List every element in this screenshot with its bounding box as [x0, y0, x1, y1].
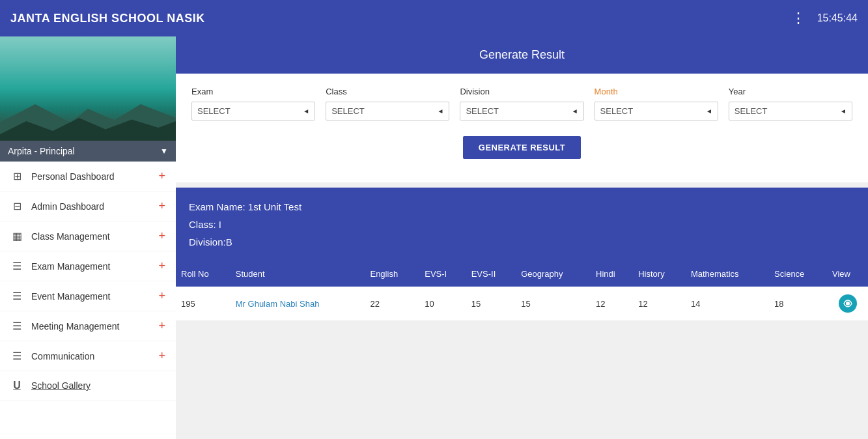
sidebar-nav: ⊞ Personal Dashboard + ⊟ Admin Dashboard… [0, 162, 176, 439]
sidebar-label-admin-dashboard: Admin Dashboard [31, 201, 104, 212]
year-field-group: Year SELECT ◄ [729, 87, 852, 120]
personal-dashboard-icon: ⊞ [10, 170, 23, 183]
user-name: Arpita - Principal [8, 146, 75, 156]
exam-select[interactable]: SELECT ◄ [191, 102, 315, 120]
col-view: View [827, 261, 868, 287]
personal-dashboard-plus[interactable]: + [158, 169, 165, 183]
cell-hindi: 12 [591, 287, 633, 321]
sidebar-label-communication: Communication [31, 351, 94, 361]
col-roll-no: Roll No [176, 261, 231, 287]
sidebar-item-personal-dashboard[interactable]: ⊞ Personal Dashboard + [0, 162, 176, 191]
month-select[interactable]: SELECT ◄ [595, 102, 718, 120]
cell-roll-no: 195 [176, 287, 231, 321]
current-time: 15:45:44 [817, 12, 858, 24]
class-field-group: Class SELECT ◄ [326, 87, 449, 120]
exam-management-icon: ☰ [10, 260, 23, 273]
year-select-value: SELECT [735, 106, 768, 116]
sidebar-user[interactable]: Arpita - Principal ▼ [0, 141, 176, 162]
view-button[interactable] [839, 294, 857, 313]
col-english: English [365, 261, 419, 287]
sidebar-label-exam-management: Exam Management [31, 261, 110, 272]
month-select-arrow-icon: ◄ [706, 107, 712, 115]
class-management-plus[interactable]: + [158, 229, 165, 243]
col-mathematics: Mathematics [686, 261, 769, 287]
admin-dashboard-plus[interactable]: + [158, 199, 165, 213]
table-row: 195 Mr Ghulam Nabi Shah 22 10 15 15 12 1… [176, 287, 868, 321]
class-label: Class [326, 87, 449, 96]
content-area: Generate Result Exam SELECT ◄ Class SELE… [176, 36, 868, 439]
sidebar-item-meeting-management[interactable]: ☰ Meeting Management + [0, 311, 176, 341]
exam-select-arrow-icon: ◄ [303, 107, 309, 115]
generate-result-panel: Generate Result Exam SELECT ◄ Class SELE… [176, 36, 868, 182]
meeting-management-plus[interactable]: + [158, 319, 165, 333]
division-select-value: SELECT [466, 106, 499, 116]
sidebar-item-class-management[interactable]: ▦ Class Management + [0, 221, 176, 251]
class-select-arrow-icon: ◄ [438, 107, 444, 115]
cell-evs2: 15 [466, 287, 516, 321]
class-management-icon: ▦ [10, 230, 23, 243]
sidebar-item-admin-dashboard[interactable]: ⊟ Admin Dashboard + [0, 191, 176, 221]
col-geography: Geography [516, 261, 591, 287]
col-history: History [633, 261, 686, 287]
sidebar-label-class-management: Class Management [31, 231, 110, 242]
cell-student[interactable]: Mr Ghulam Nabi Shah [231, 287, 365, 321]
sidebar-item-school-gallery[interactable]: U School Gallery [0, 371, 176, 401]
sidebar-label-personal-dashboard: Personal Dashboard [31, 171, 115, 182]
col-student: Student [231, 261, 365, 287]
cell-mathematics: 14 [686, 287, 769, 321]
school-gallery-icon: U [10, 379, 23, 392]
col-hindi: Hindi [591, 261, 633, 287]
exam-label: Exam [191, 87, 315, 96]
class-select[interactable]: SELECT ◄ [326, 102, 449, 120]
year-select-arrow-icon: ◄ [840, 107, 847, 115]
col-evs2: EVS-II [466, 261, 516, 287]
admin-dashboard-icon: ⊟ [10, 200, 23, 213]
col-evs1: EVS-I [419, 261, 466, 287]
sidebar-item-event-management[interactable]: ☰ Event Management + [0, 281, 176, 311]
menu-dots-icon[interactable]: ⋮ [791, 10, 807, 27]
division-select[interactable]: SELECT ◄ [460, 102, 583, 120]
sidebar-label-meeting-management: Meeting Management [31, 321, 119, 332]
sidebar-item-communication[interactable]: ☰ Communication + [0, 341, 176, 371]
sidebar: Arpita - Principal ▼ ⊞ Personal Dashboar… [0, 36, 176, 439]
communication-plus[interactable]: + [158, 349, 165, 363]
exam-management-plus[interactable]: + [158, 259, 165, 273]
sidebar-label-event-management: Event Management [31, 291, 110, 302]
results-table: Roll No Student English EVS-I EVS-II Geo… [176, 261, 868, 321]
generate-result-button[interactable]: GENERATE RESULT [463, 136, 581, 159]
communication-icon: ☰ [10, 350, 23, 363]
user-chevron-icon: ▼ [160, 147, 168, 156]
year-select[interactable]: SELECT ◄ [729, 102, 852, 120]
results-class: Class: I [189, 216, 855, 233]
month-label: Month [595, 87, 718, 96]
cell-science: 18 [769, 287, 827, 321]
year-label: Year [729, 87, 852, 96]
topbar: JANTA ENGLISH SCHOOL NASIK ⋮ 15:45:44 [0, 0, 868, 36]
sidebar-label-school-gallery: School Gallery [31, 380, 91, 391]
generate-result-header: Generate Result [176, 36, 868, 74]
cell-evs1: 10 [419, 287, 466, 321]
event-management-icon: ☰ [10, 290, 23, 303]
month-select-value: SELECT [600, 106, 634, 116]
division-label: Division [460, 87, 583, 96]
division-select-arrow-icon: ◄ [572, 107, 578, 115]
generate-result-form: Exam SELECT ◄ Class SELECT ◄ [191, 87, 852, 120]
cell-history: 12 [633, 287, 686, 321]
results-division: Division:B [189, 233, 855, 251]
cell-geography: 15 [516, 287, 591, 321]
sidebar-banner [0, 36, 176, 141]
results-exam-name: Exam Name: 1st Unit Test [189, 198, 855, 216]
app-title: JANTA ENGLISH SCHOOL NASIK [10, 12, 205, 25]
col-science: Science [769, 261, 827, 287]
exam-field-group: Exam SELECT ◄ [191, 87, 315, 120]
month-field-group: Month SELECT ◄ [595, 87, 718, 120]
class-select-value: SELECT [331, 106, 365, 116]
svg-point-0 [846, 302, 850, 305]
cell-english: 22 [365, 287, 419, 321]
topbar-right: ⋮ 15:45:44 [791, 10, 858, 27]
results-panel: Exam Name: 1st Unit Test Class: I Divisi… [176, 188, 868, 321]
table-header-row: Roll No Student English EVS-I EVS-II Geo… [176, 261, 868, 287]
sidebar-item-exam-management[interactable]: ☰ Exam Management + [0, 251, 176, 281]
event-management-plus[interactable]: + [158, 289, 165, 303]
exam-select-value: SELECT [197, 106, 231, 116]
